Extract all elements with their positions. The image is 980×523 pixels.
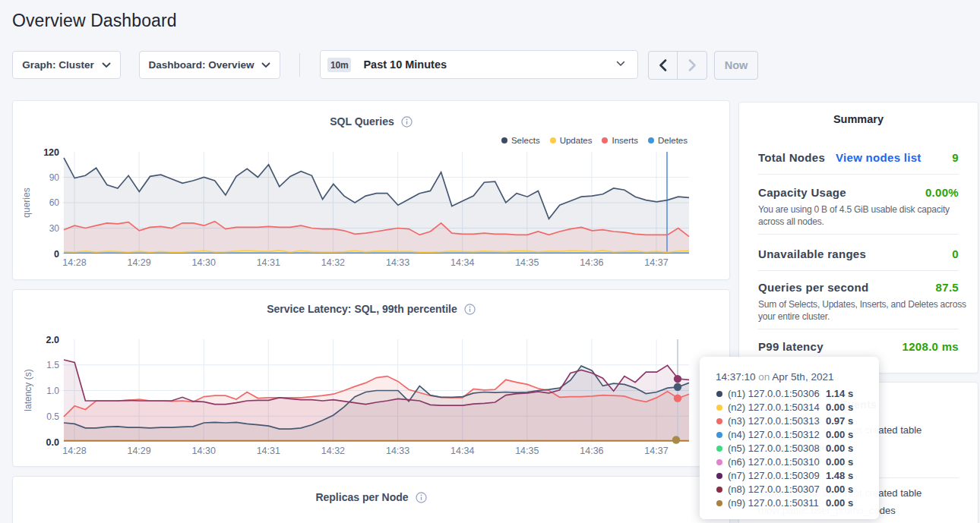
- svg-text:120: 120: [43, 147, 59, 158]
- svg-text:14:30: 14:30: [192, 446, 216, 456]
- svg-text:1.0: 1.0: [46, 386, 59, 396]
- svg-text:14:31: 14:31: [257, 257, 280, 268]
- svg-text:14:35: 14:35: [515, 446, 539, 456]
- svg-text:14:28: 14:28: [62, 257, 86, 268]
- svg-text:14:29: 14:29: [127, 446, 150, 456]
- svg-text:14:31: 14:31: [257, 446, 280, 456]
- svg-text:0.0: 0.0: [46, 437, 59, 448]
- svg-text:0: 0: [54, 249, 59, 260]
- svg-text:14:37: 14:37: [644, 446, 668, 456]
- svg-text:14:33: 14:33: [386, 446, 409, 456]
- svg-text:14:29: 14:29: [127, 257, 150, 268]
- svg-text:14:37: 14:37: [644, 257, 668, 268]
- svg-text:30: 30: [49, 223, 60, 234]
- svg-text:14:28: 14:28: [62, 446, 86, 456]
- svg-text:60: 60: [49, 197, 60, 208]
- svg-text:1.5: 1.5: [46, 360, 59, 370]
- svg-text:90: 90: [49, 172, 60, 183]
- svg-text:14:32: 14:32: [321, 257, 345, 268]
- svg-text:14:36: 14:36: [580, 257, 603, 268]
- svg-text:14:32: 14:32: [321, 446, 345, 456]
- svg-text:queries: queries: [21, 187, 32, 217]
- svg-text:latency (s): latency (s): [23, 369, 33, 411]
- svg-text:14:34: 14:34: [450, 257, 474, 268]
- svg-text:14:36: 14:36: [580, 446, 603, 456]
- svg-text:2.0: 2.0: [46, 335, 59, 345]
- svg-text:14:30: 14:30: [192, 257, 216, 268]
- svg-text:0.5: 0.5: [46, 411, 59, 422]
- svg-text:14:34: 14:34: [450, 446, 474, 456]
- svg-text:14:35: 14:35: [515, 257, 539, 268]
- svg-text:14:33: 14:33: [386, 257, 409, 268]
